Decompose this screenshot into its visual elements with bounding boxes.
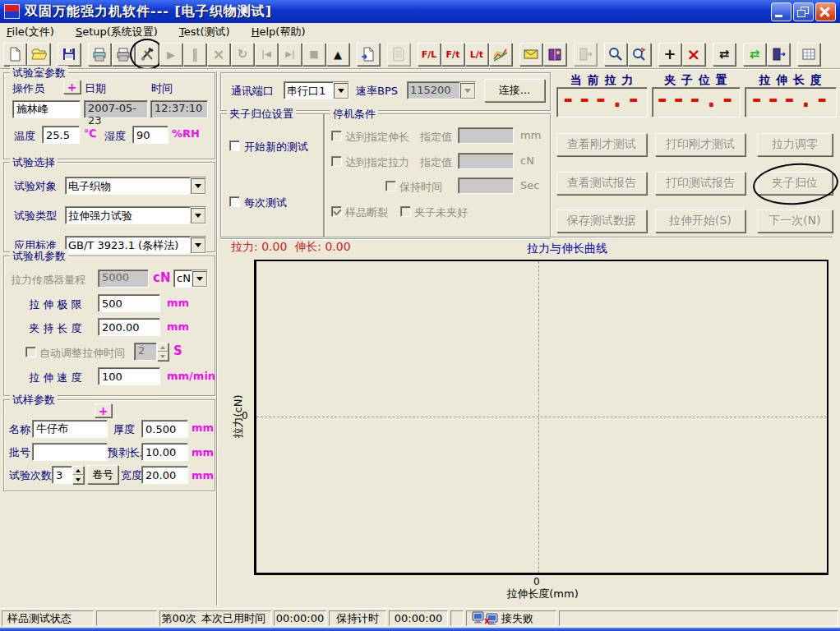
force-checkbox[interactable] (331, 156, 342, 167)
status-test-count: 第00次本次已用时间 (159, 610, 271, 626)
new-test-checkbox[interactable] (229, 140, 240, 151)
toolbar-divider (0, 68, 840, 70)
roll-number-button[interactable]: 卷号 (87, 465, 118, 484)
sample-break-checkbox[interactable] (331, 206, 342, 217)
export-icon (360, 46, 376, 62)
tensile-limit-input[interactable] (98, 294, 160, 312)
chevron-down-icon (459, 82, 475, 99)
zoom-button[interactable] (604, 43, 627, 66)
curve-ft-button[interactable]: F/t (441, 43, 464, 66)
temperature-input[interactable] (42, 126, 80, 144)
curve-color-button[interactable] (489, 43, 512, 66)
each-test-label: 每次测试 (244, 196, 287, 210)
close-button[interactable] (815, 2, 836, 21)
width-input[interactable] (141, 466, 188, 484)
chevron-down-icon[interactable] (192, 270, 207, 287)
open-file-button[interactable] (27, 43, 50, 66)
test-type-select[interactable]: 拉伸强力试验 (65, 206, 206, 224)
pause-button: ‖ (183, 43, 206, 66)
elongation-label: 达到指定伸长 (345, 130, 409, 145)
menu-file[interactable]: File(文件) (7, 25, 54, 39)
curve-lt-button[interactable]: L/t (465, 43, 488, 66)
menu-help[interactable]: Help(帮助) (252, 25, 306, 39)
status-connection: 接失败 (466, 610, 556, 626)
status-empty (96, 610, 157, 626)
zero-force-button[interactable]: 拉力调零 (757, 133, 833, 156)
curve-fl-button[interactable]: F/L (418, 43, 441, 66)
menu-setup[interactable]: Setup(系统设置) (76, 25, 158, 39)
delete-button[interactable]: × (682, 43, 705, 66)
zoom-reset-button[interactable] (628, 43, 651, 66)
next-test-button[interactable]: 下一次(N) (757, 210, 833, 233)
test-count-input[interactable] (52, 466, 72, 484)
add-button[interactable]: + (658, 43, 681, 66)
menu-test[interactable]: Test(测试) (179, 25, 230, 39)
elongation-unit: mm (520, 129, 541, 141)
connection-status-icon (472, 611, 500, 625)
sensor-unit-select[interactable]: cN (173, 269, 208, 288)
chart-y-tick: 0 (242, 410, 248, 421)
chart-divider (220, 237, 833, 238)
auto-adjust-checkbox[interactable] (25, 347, 36, 357)
auto-adjust-spinner[interactable] (157, 343, 168, 361)
swap-button[interactable]: ⇄ (713, 43, 736, 66)
export-data-button[interactable] (357, 43, 380, 66)
sample-name-input[interactable] (32, 420, 108, 438)
status-empty-2 (450, 610, 464, 626)
batch-input[interactable] (32, 443, 108, 461)
hold-time-checkbox[interactable] (385, 181, 396, 191)
thickness-input[interactable] (141, 420, 188, 438)
print-report-button[interactable]: 打印测试报告 (655, 172, 745, 195)
minimize-button[interactable] (771, 2, 792, 21)
operator-input[interactable] (12, 100, 81, 118)
print-preview-button[interactable] (88, 43, 111, 66)
chevron-down-icon[interactable] (190, 207, 205, 223)
elongation-checkbox[interactable] (331, 131, 342, 141)
minimize-icon (775, 15, 782, 17)
grip-length-input[interactable] (98, 318, 160, 336)
comm-port-select[interactable]: 串行口1 (284, 81, 349, 99)
sample-break-label: 样品断裂 (345, 205, 388, 220)
new-file-button[interactable] (3, 43, 26, 66)
add-operator-button[interactable]: + (63, 80, 81, 94)
add-sample-button[interactable]: + (95, 403, 112, 417)
speed-unit: mm/min (167, 370, 215, 382)
status-empty-3 (559, 610, 838, 626)
test-count-spinner[interactable] (72, 466, 84, 484)
view-report-button[interactable]: 查看测试报告 (556, 172, 647, 195)
view-last-test-button[interactable]: 查看刚才测试 (556, 133, 647, 156)
system-settings-button[interactable] (136, 43, 159, 66)
help-book-button[interactable] (543, 43, 566, 66)
standard-select[interactable]: GB/T 3923.1 (条样法) (65, 236, 206, 254)
reset-button: ↻ (231, 43, 254, 66)
humidity-unit: %RH (172, 127, 200, 140)
save-data-button[interactable]: 保存测试数据 (556, 210, 647, 233)
width-unit: mm (192, 469, 214, 481)
mail-button[interactable] (519, 43, 542, 66)
each-test-checkbox[interactable] (229, 196, 240, 207)
grid-button[interactable] (797, 43, 820, 66)
restore-button[interactable] (793, 2, 814, 21)
print-button[interactable] (112, 43, 135, 66)
thickness-label: 厚度 (113, 422, 135, 437)
app-icon (4, 4, 20, 19)
chevron-down-icon[interactable] (190, 177, 205, 194)
connect-button[interactable]: 连接... (484, 79, 545, 102)
raise-button[interactable]: ▲ (326, 43, 349, 66)
save-button[interactable] (58, 43, 81, 66)
clamp-loose-checkbox[interactable] (400, 206, 411, 217)
peel-length-input[interactable] (141, 443, 188, 461)
print-last-test-button[interactable]: 打印刚才测试 (655, 133, 745, 156)
transfer-button[interactable]: ⇄ (743, 43, 766, 66)
exit-app-button[interactable] (767, 43, 790, 66)
start-button: ▶ (159, 43, 182, 66)
chevron-down-icon[interactable] (190, 237, 205, 253)
chevron-down-icon[interactable] (333, 82, 348, 99)
start-stretch-button[interactable]: 拉伸开始(S) (655, 210, 745, 233)
speed-input[interactable] (98, 367, 160, 385)
clamp-home-button[interactable]: 夹子归位 (757, 172, 833, 195)
test-object-select[interactable]: 电子织物 (65, 177, 206, 195)
humidity-input[interactable] (132, 126, 168, 144)
bps-select: 115200 (407, 81, 476, 99)
title-bar: 双固万能强力机软件--- [电子织物测试] (0, 0, 840, 23)
